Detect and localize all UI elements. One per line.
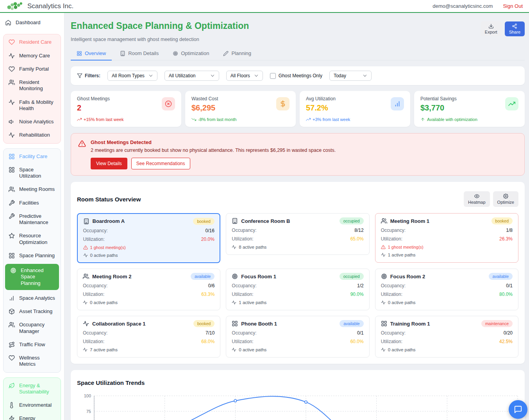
sidebar-item-asset-tracking[interactable]: Asset Tracking xyxy=(4,305,61,318)
tab-bar: Overview Room Details Optimization Plann… xyxy=(71,47,525,61)
kpi-card-potential-savings: Potential Savings $3,770 Available with … xyxy=(414,91,525,127)
status-badge: booked xyxy=(491,217,513,224)
activity-icon xyxy=(381,347,386,352)
building-icon xyxy=(120,51,125,56)
sidebar-item-resident-care[interactable]: Resident Care xyxy=(4,36,61,49)
main-content: Enhanced Space Planning & Optimization I… xyxy=(64,13,529,420)
tab-planning[interactable]: Planning xyxy=(217,47,257,61)
grid-icon xyxy=(9,167,15,173)
sidebar-item-wellness-metrics[interactable]: Wellness Metrics xyxy=(4,351,61,371)
sidebar-item-resource-optimization[interactable]: Resource Optimization xyxy=(4,229,61,249)
active-paths: 0 active paths xyxy=(381,347,513,352)
active-paths: 8 active paths xyxy=(232,245,363,249)
ghost-meeting-warning: 1 ghost meeting(s) xyxy=(381,245,513,249)
activity-icon xyxy=(9,53,15,59)
room-card-meeting-room-2[interactable]: Meeting Room 2 available Occupancy:0/6 U… xyxy=(77,269,220,310)
utilization-select[interactable]: All Utilization xyxy=(164,71,219,81)
utilization-trends-panel: Space Utilization Trends 025507510011/25… xyxy=(71,370,525,420)
sidebar-item-space-analytics[interactable]: Space Analytics xyxy=(4,292,61,305)
period-select[interactable]: Today xyxy=(329,71,372,81)
status-badge: booked xyxy=(193,218,214,225)
grid-icon xyxy=(9,153,15,160)
kpi-card-wasted-cost: Wasted Cost $6,295 -8% from last month xyxy=(185,91,296,127)
building-icon xyxy=(83,218,89,224)
eye-icon xyxy=(474,194,479,199)
wrench-icon xyxy=(9,200,15,206)
room-card-boardroom-a[interactable]: Boardroom A booked Occupancy:0/16 Utiliz… xyxy=(77,213,220,263)
see-recommendations-button[interactable]: See Recommendations xyxy=(131,158,190,169)
target-icon xyxy=(232,273,238,279)
user-email: demo@scanalyticsinc.com xyxy=(432,3,493,9)
sidebar-item-space-utilization[interactable]: Space Utilization xyxy=(4,163,61,183)
sidebar-item-space-planning[interactable]: Space Planning xyxy=(4,249,61,262)
sign-out-link[interactable]: Sign Out xyxy=(503,3,523,9)
sidebar-item-traffic-flow[interactable]: Traffic Flow xyxy=(4,338,61,351)
kpi-badge xyxy=(162,97,175,110)
sidebar-item-resident-monitoring[interactable]: Resident Monitoring xyxy=(4,76,61,96)
tab-optimization[interactable]: Optimization xyxy=(167,47,215,61)
tab-overview[interactable]: Overview xyxy=(71,47,112,61)
activity-icon xyxy=(83,300,88,305)
box-icon xyxy=(9,308,15,315)
kpi-badge xyxy=(391,97,404,110)
sidebar-group-pink: Resident Care Memory Care Family Portal … xyxy=(3,34,61,143)
room-card-collaboration-space-1[interactable]: Collaboration Space 1 booked Occupancy:7… xyxy=(77,316,220,358)
checkbox-box[interactable] xyxy=(270,73,276,79)
room-card-phone-booth-1[interactable]: Phone Booth 1 available Occupancy:0/1 Ut… xyxy=(226,316,369,358)
kpi-card-ghost-meetings: Ghost Meetings 2 +15% from last week xyxy=(71,91,181,127)
ghost-meetings-only-checkbox[interactable]: Ghost Meetings Only xyxy=(270,73,322,79)
home-icon xyxy=(5,20,11,26)
sidebar-item-memory-care[interactable]: Memory Care xyxy=(4,49,61,62)
share-button[interactable]: Share xyxy=(505,21,525,36)
active-paths: 0 active paths xyxy=(381,300,513,305)
sidebar-item-enhanced-space-planning[interactable]: Enhanced Space Planning xyxy=(5,264,59,290)
status-badge: booked xyxy=(193,320,214,327)
dollar-icon xyxy=(279,100,286,107)
star-icon xyxy=(9,233,15,239)
activity-icon xyxy=(232,300,236,305)
brand-logo-icon xyxy=(6,1,24,11)
sidebar-item-occupancy-manager[interactable]: Occupancy Manager xyxy=(4,318,61,338)
sidebar-item-facilities[interactable]: Facilities xyxy=(4,196,61,210)
sidebar-item-dashboard[interactable]: Dashboard xyxy=(0,16,64,29)
tab-room-details[interactable]: Room Details xyxy=(114,47,164,61)
grid-icon xyxy=(9,253,15,259)
heatmap-button[interactable]: Heatmap xyxy=(464,191,490,207)
sidebar-item-energy-sustainability[interactable]: Energy & Sustainability xyxy=(4,379,61,399)
zap-icon xyxy=(9,415,15,420)
room-card-focus-room-2[interactable]: Focus Room 2 available Occupancy:0/1 Uti… xyxy=(375,269,518,310)
chat-fab-button[interactable] xyxy=(509,400,527,419)
activity-icon xyxy=(381,253,386,257)
x-circle-icon xyxy=(165,100,172,107)
sidebar-item-rehabilitation[interactable]: Rehabilitation xyxy=(4,128,61,142)
status-badge: available xyxy=(340,320,363,327)
view-details-button[interactable]: View Details xyxy=(91,158,127,169)
trending-up-icon xyxy=(77,117,82,122)
room-type-select[interactable]: All Room Types xyxy=(107,71,157,81)
share-icon xyxy=(512,23,517,29)
utilization-trends-chart: 025507510011/25/202511/24/202511/23/2025… xyxy=(77,391,518,420)
filters-label: Filters: xyxy=(77,73,100,78)
sidebar-item-energy[interactable]: Energy xyxy=(4,412,61,420)
ghost-meetings-alert: Ghost Meetings Detected 2 meetings are c… xyxy=(71,133,525,176)
page-title: Enhanced Space Planning & Optimization xyxy=(71,21,249,31)
sidebar-item-meeting-rooms[interactable]: Meeting Rooms xyxy=(4,183,61,196)
users-icon xyxy=(9,186,15,192)
chevron-down-icon xyxy=(254,73,259,78)
room-card-meeting-room-1[interactable]: Meeting Room 1 booked Occupancy:1/8 Util… xyxy=(375,213,518,263)
room-card-training-room-1[interactable]: Training Room 1 maintenance Occupancy:0/… xyxy=(375,316,518,358)
room-status-title: Room Status Overview xyxy=(77,196,141,203)
optimize-button[interactable]: Optimize xyxy=(493,191,518,207)
sidebar-item-facility-care[interactable]: Facility Care xyxy=(4,150,61,163)
floor-select[interactable]: All Floors xyxy=(226,71,263,81)
sidebar-item-predictive-maintenance[interactable]: Predictive Maintenance xyxy=(4,210,61,230)
sidebar-item-family-portal[interactable]: Family Portal xyxy=(4,62,61,76)
sidebar-item-environmental[interactable]: Environmental xyxy=(4,399,61,412)
arrow-up-icon xyxy=(420,117,425,122)
room-card-focus-room-1[interactable]: Focus Room 1 occupied Occupancy:1/2 Util… xyxy=(226,269,369,310)
room-card-conference-room-b[interactable]: Conference Room B occupied Occupancy:8/1… xyxy=(226,213,369,255)
sidebar-item-noise-analytics[interactable]: Noise Analytics xyxy=(4,115,61,128)
sidebar-item-falls-mobility-health[interactable]: Falls & Mobility Health xyxy=(4,96,61,116)
active-paths: 7 active paths xyxy=(83,347,214,352)
export-button[interactable]: Export xyxy=(481,21,502,36)
